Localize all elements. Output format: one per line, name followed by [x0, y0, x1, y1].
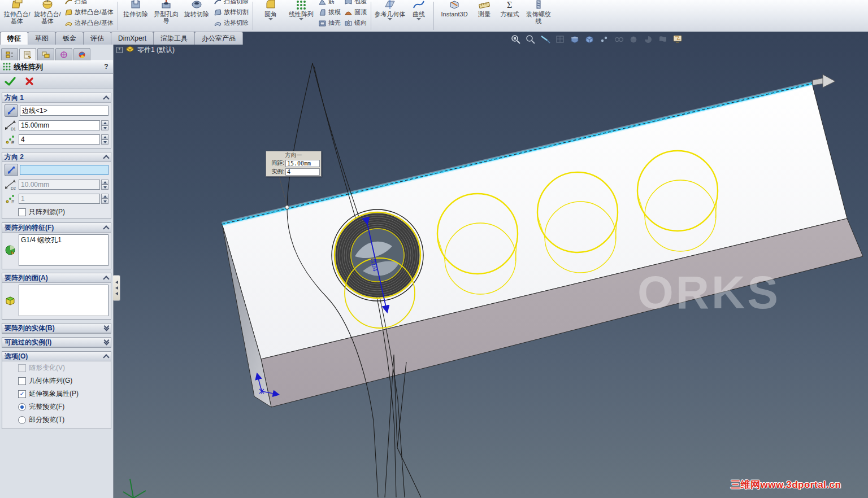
bodies-section-header[interactable]: 要阵列的实体(B)	[2, 324, 111, 333]
extruded-boss-button[interactable]: 拉伸凸台/基体	[2, 0, 32, 32]
cancel-button[interactable]	[23, 75, 36, 88]
heads-up-view-toolbar	[510, 34, 683, 45]
part-3d-scene[interactable]: ORKS	[113, 32, 868, 498]
propagate-visual-properties-checkbox-row[interactable]: ✓ 延伸视象属性(P)	[2, 387, 111, 400]
zoom-to-area-icon[interactable]	[525, 34, 536, 45]
geometry-pattern-checkbox-row[interactable]: 几何体阵列(G)	[2, 374, 111, 387]
direction1-edge-field[interactable]	[20, 106, 108, 116]
direction2-edge-field[interactable]	[20, 165, 108, 175]
direction1-instances-spinner[interactable]	[101, 134, 108, 145]
features-section-header[interactable]: 要阵列的特征(F)	[2, 223, 111, 233]
graphics-viewport[interactable]: ORKS	[113, 32, 868, 498]
configuration-manager-tab[interactable]	[37, 48, 54, 60]
feature-manager-tab[interactable]	[1, 48, 18, 60]
direction1-handle-arrow[interactable]	[813, 75, 835, 88]
magnified-selection-icon[interactable]	[540, 34, 551, 45]
direction1-instances-field[interactable]	[19, 134, 100, 145]
tree-expand-toggle[interactable]: +	[116, 47, 123, 53]
direction2-instances-field[interactable]	[19, 194, 100, 204]
equations-button[interactable]: Σ 方程式	[496, 0, 523, 32]
direction2-reverse-button[interactable]	[5, 164, 18, 176]
view-settings-icon[interactable]	[657, 34, 669, 45]
geometry-pattern-checkbox[interactable]	[18, 377, 26, 385]
edit-appearance-icon[interactable]	[628, 34, 639, 45]
reference-geometry-dropdown-caret[interactable]	[388, 18, 392, 20]
tab-sketch[interactable]: 草图	[28, 32, 56, 45]
pattern-seed-only-checkbox[interactable]	[18, 208, 26, 216]
tab-render-tools[interactable]: 渲染工具	[153, 32, 195, 45]
ok-button[interactable]	[3, 75, 17, 88]
boundary-boss-button[interactable]: 边界凸台/基体	[63, 18, 115, 28]
full-preview-radio-row[interactable]: 完整预览(F)	[2, 400, 111, 413]
previous-view-icon[interactable]	[554, 34, 566, 45]
zoom-to-fit-icon[interactable]	[510, 34, 522, 45]
tree-root-label[interactable]: 零件1 (默认)	[137, 45, 175, 55]
feature-list-item[interactable]: G1/4 螺纹孔1	[21, 235, 106, 245]
tab-evaluate[interactable]: 评估	[83, 32, 111, 45]
callout-spacing-value[interactable]: 15.00mm	[285, 160, 320, 167]
mirror-button[interactable]: 镜向	[342, 18, 368, 28]
help-button[interactable]: ?	[102, 63, 111, 72]
apply-scene-icon[interactable]	[643, 34, 654, 45]
measure-icon	[478, 0, 491, 10]
curves-button[interactable]: 曲线	[406, 0, 431, 32]
direction2-section-header[interactable]: 方向 2	[2, 152, 111, 162]
draft-button[interactable]: 拔模	[316, 7, 342, 18]
swept-cut-button[interactable]: 扫描切除	[212, 0, 250, 7]
dome-button[interactable]: 圆顶	[342, 7, 368, 18]
direction2-instances-spinner[interactable]	[101, 194, 108, 204]
features-to-pattern-listbox[interactable]: G1/4 螺纹孔1	[19, 234, 108, 266]
tab-office-products[interactable]: 办公室产品	[194, 32, 243, 45]
dimxpert-manager-tab[interactable]	[55, 48, 72, 60]
display-style-icon[interactable]	[598, 34, 610, 45]
swept-boss-button[interactable]: 扫描	[63, 0, 115, 7]
fillet-button[interactable]: 圆角	[255, 0, 286, 32]
lofted-cut-button[interactable]: 放样切割	[212, 7, 250, 18]
tab-features[interactable]: 特征	[0, 32, 28, 45]
faces-to-pattern-listbox[interactable]	[19, 285, 108, 316]
tab-sheet-metal[interactable]: 钣金	[55, 32, 84, 45]
pattern-callout[interactable]: 方向一 间距: 15.00mm 实例: 4	[266, 151, 322, 177]
panel-splitter-handle[interactable]	[113, 275, 120, 301]
revolved-boss-button[interactable]: 旋转凸台/基体	[32, 0, 63, 32]
reference-geometry-button[interactable]: 参考几何体	[374, 0, 406, 32]
full-preview-radio[interactable]	[18, 403, 26, 411]
callout-instances-value[interactable]: 4	[285, 168, 320, 176]
rib-button[interactable]: 筋	[316, 0, 342, 7]
partial-preview-radio[interactable]	[18, 416, 26, 424]
tab-dimxpert[interactable]: DimXpert	[111, 32, 154, 45]
linear-pattern-dropdown-caret[interactable]	[299, 18, 303, 20]
revolved-cut-button[interactable]: 旋转切除	[181, 0, 212, 32]
wrap-button[interactable]: 包覆	[342, 0, 368, 7]
direction2-spacing-spinner[interactable]	[101, 180, 108, 190]
section-view-icon[interactable]	[569, 34, 580, 45]
options-section-header[interactable]: 选项(O)	[2, 352, 111, 361]
hole-wizard-button[interactable]: 异型孔向导	[151, 0, 181, 32]
linear-pattern-button[interactable]: 线性阵列	[286, 0, 316, 32]
lofted-boss-button[interactable]: 放样凸台/基体	[63, 7, 115, 18]
skip-section-header[interactable]: 可跳过的实例(I)	[2, 338, 111, 347]
measure-button[interactable]: 测量	[472, 0, 496, 32]
instant3d-button[interactable]: Instant3D	[436, 0, 472, 32]
display-settings-monitor-icon[interactable]	[672, 34, 683, 45]
direction1-section-header[interactable]: 方向 1	[2, 93, 111, 103]
propagate-visual-properties-checkbox[interactable]: ✓	[18, 390, 26, 398]
direction1-spacing-spinner[interactable]	[101, 120, 108, 130]
fillet-dropdown-caret[interactable]	[268, 18, 273, 20]
pattern-seed-only-checkbox-row[interactable]: 只阵列源(P)	[2, 206, 111, 219]
partial-preview-radio-row[interactable]: 部分预览(T)	[2, 413, 111, 426]
boundary-cut-button[interactable]: 边界切除	[212, 18, 250, 28]
display-manager-tab[interactable]	[73, 48, 90, 60]
cosmetic-thread-button[interactable]: 装饰螺纹线	[523, 0, 554, 32]
shell-button[interactable]: 抽壳	[316, 18, 342, 28]
property-manager-tab[interactable]	[19, 48, 36, 60]
faces-section-header[interactable]: 要阵列的面(A)	[2, 273, 111, 283]
direction2-spacing-field[interactable]	[19, 180, 100, 190]
direction1-reverse-button[interactable]	[5, 104, 18, 117]
direction1-spacing-field[interactable]	[19, 120, 100, 130]
callout-anchor-point[interactable]	[285, 206, 289, 209]
view-orientation-icon[interactable]	[584, 34, 595, 45]
extruded-cut-button[interactable]: 拉伸切除	[120, 0, 151, 32]
curves-dropdown-caret[interactable]	[416, 18, 421, 20]
hide-show-items-icon[interactable]	[613, 34, 624, 45]
